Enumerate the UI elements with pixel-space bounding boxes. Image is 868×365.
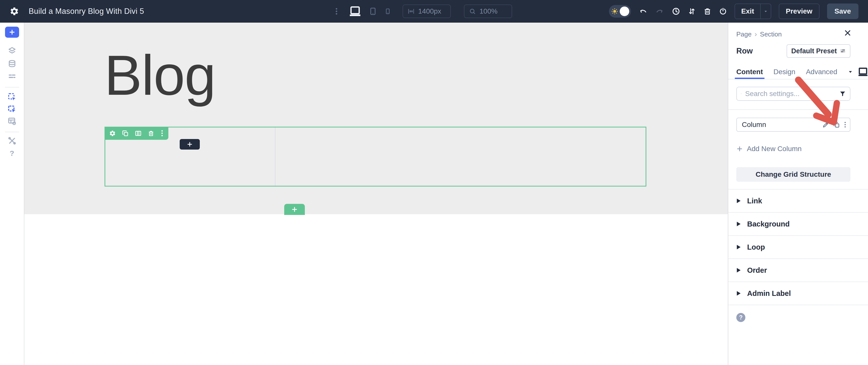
- sidebar-database-button[interactable]: [6, 59, 18, 68]
- duplicate-icon: [122, 130, 129, 137]
- tablet-view-button[interactable]: [369, 6, 377, 17]
- breadcrumb-parent[interactable]: Page: [736, 30, 752, 38]
- zoom-input[interactable]: [479, 7, 507, 15]
- panel-header: Row Default Preset: [736, 44, 850, 58]
- zoom-field: [464, 4, 512, 18]
- trash-button[interactable]: [703, 7, 711, 16]
- redo-button[interactable]: [655, 7, 664, 15]
- section-duplicate-button[interactable]: [122, 130, 129, 137]
- sort-layers-button[interactable]: [688, 7, 696, 16]
- accordion-background[interactable]: Background: [728, 213, 868, 236]
- view-options-kebab-button[interactable]: [333, 7, 340, 16]
- accordion-label: Link: [747, 197, 762, 205]
- viewport-width-input[interactable]: [418, 7, 446, 15]
- undo-button[interactable]: [639, 7, 648, 15]
- section-toolbar: [104, 127, 168, 140]
- preview-button[interactable]: Preview: [779, 3, 819, 19]
- section-more-options-button[interactable]: [160, 130, 164, 137]
- sidebar-select-block-button[interactable]: [6, 104, 18, 114]
- add-element-button[interactable]: [5, 27, 19, 38]
- builder-top-bar: Build a Masonry Blog With Divi 5: [0, 0, 868, 23]
- sidebar-layers-button[interactable]: [6, 46, 18, 55]
- sidebar-select-module-button[interactable]: [6, 92, 18, 101]
- page-settings-gear-button[interactable]: [9, 6, 19, 16]
- accordion-order[interactable]: Order: [728, 259, 868, 282]
- breadcrumb-current[interactable]: Section: [760, 30, 782, 38]
- pencil-icon: [822, 121, 829, 128]
- search-icon: [741, 91, 742, 97]
- redo-icon: [655, 7, 664, 15]
- page-title: Build a Masonry Blog With Divi 5: [29, 7, 144, 16]
- section-settings-button[interactable]: [109, 130, 116, 137]
- add-new-column-button[interactable]: Add New Column: [736, 143, 850, 154]
- chevron-down-icon: [763, 9, 768, 14]
- tablet-icon: [369, 6, 377, 17]
- history-button[interactable]: [672, 7, 680, 16]
- change-grid-structure-button[interactable]: Change Grid Structure: [736, 167, 850, 182]
- tools-icon: [8, 136, 16, 145]
- insert-section-button[interactable]: [284, 204, 305, 215]
- zoom-magnifier-icon: [469, 7, 476, 15]
- toggle-knob: [620, 6, 629, 16]
- preset-label: Default Preset: [791, 47, 837, 55]
- accordion-label: Order: [747, 266, 767, 274]
- phone-view-button[interactable]: [384, 6, 391, 16]
- desktop-icon: [858, 67, 868, 77]
- column-item[interactable]: Column: [736, 118, 850, 132]
- triangle-right-icon: [737, 268, 741, 273]
- desktop-view-button[interactable]: [349, 6, 361, 17]
- portability-power-button[interactable]: [719, 7, 727, 16]
- trash-icon: [148, 130, 154, 137]
- section-columns-button[interactable]: [135, 130, 142, 137]
- close-panel-button[interactable]: [844, 29, 851, 37]
- database-icon: [8, 59, 16, 68]
- settings-search: [736, 87, 850, 101]
- tab-advanced[interactable]: Advanced: [806, 65, 837, 79]
- plus-icon: [9, 29, 15, 35]
- panel-help-button[interactable]: ?: [736, 313, 745, 322]
- triangle-right-icon: [737, 222, 741, 226]
- selected-section[interactable]: [104, 127, 646, 186]
- plus-icon: [736, 146, 743, 152]
- column-more-options-button[interactable]: [844, 121, 846, 128]
- column-duplicate-button[interactable]: [833, 121, 840, 128]
- exit-dropdown-caret[interactable]: [760, 4, 771, 19]
- tab-design[interactable]: Design: [774, 65, 795, 79]
- exit-button[interactable]: Exit: [735, 3, 771, 19]
- insert-module-button[interactable]: [180, 139, 200, 150]
- sidebar-structure-button[interactable]: [6, 72, 18, 81]
- accordion-admin-label[interactable]: Admin Label: [728, 282, 868, 305]
- triangle-right-icon: [737, 291, 741, 296]
- sidebar-divider: [5, 132, 19, 132]
- panel-tabs: Content Design Advanced: [736, 65, 850, 79]
- chevron-down-icon: [848, 69, 853, 75]
- phone-icon: [384, 6, 391, 16]
- save-button[interactable]: Save: [827, 3, 859, 19]
- desktop-icon: [349, 6, 361, 17]
- accordion-loop[interactable]: Loop: [728, 236, 868, 259]
- breadcrumb: Page › Section: [736, 30, 850, 38]
- settings-panel: Page › Section Row Default Preset Conten…: [728, 23, 868, 365]
- default-preset-button[interactable]: Default Preset: [786, 44, 850, 58]
- tabs-dropdown-caret[interactable]: [848, 69, 853, 75]
- section-delete-button[interactable]: [148, 130, 154, 137]
- table-eye-icon: [7, 117, 17, 126]
- accordion-link[interactable]: Link: [728, 189, 868, 213]
- gear-icon: [109, 130, 116, 137]
- filter-settings-button[interactable]: [839, 91, 846, 97]
- responsive-desktop-toggle[interactable]: [858, 67, 868, 77]
- viewport-width-field: [403, 4, 451, 18]
- trash-icon: [703, 7, 711, 16]
- settings-accordion: Link Background Loop Order Admin Label: [728, 189, 868, 305]
- clock-history-icon: [672, 7, 680, 16]
- light-dark-toggle[interactable]: [609, 5, 631, 18]
- sidebar-template-preview-button[interactable]: [6, 117, 18, 126]
- column-edit-button[interactable]: [822, 121, 829, 128]
- tabs-divider: [728, 79, 868, 80]
- sidebar-help-button[interactable]: ?: [6, 149, 18, 158]
- sidebar-tools-button[interactable]: [6, 136, 18, 145]
- settings-search-input[interactable]: [745, 90, 836, 98]
- list-rows-icon: [7, 72, 17, 81]
- tab-content[interactable]: Content: [736, 65, 763, 79]
- breadcrumb-separator: ›: [755, 30, 757, 38]
